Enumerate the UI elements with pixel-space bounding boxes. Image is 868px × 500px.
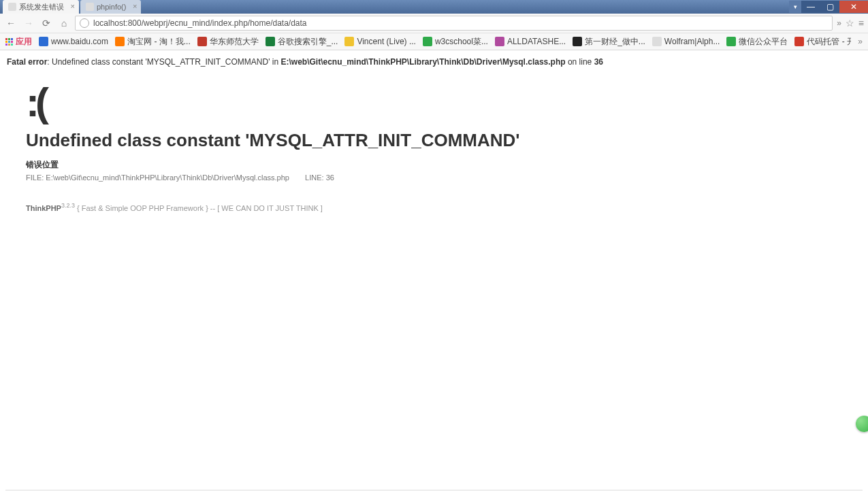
bookmark-label: 华东师范大学 (210, 36, 259, 48)
forward-button[interactable]: → (22, 16, 35, 30)
bookmark-item[interactable]: 谷歌搜索引擎_... (266, 36, 338, 48)
bookmark-star-icon[interactable]: ☆ (846, 18, 854, 29)
window-titlebar: 系统发生错误 × phpinfo() × ▾ — ▢ ✕ (0, 0, 868, 14)
bookmarks-overflow-icon[interactable]: » (858, 37, 863, 46)
error-file-path: E:\web\Git\ecnu_mind\ThinkPHP\Library\Th… (46, 173, 289, 182)
bookmark-favicon-icon (115, 37, 125, 46)
fatal-error-path: E:\web\Git\ecnu_mind\ThinkPHP\Library\Th… (281, 57, 566, 67)
tab-title: 系统发生错误 (19, 2, 64, 12)
toolbar-right: » ☆ ≡ (837, 18, 864, 29)
bookmarks-bar: 应用 www.baidu.com淘宝网 - 淘！我...华东师范大学谷歌搜索引擎… (0, 33, 868, 50)
bookmark-favicon-icon (573, 37, 582, 46)
bookmark-label: 谷歌搜索引擎_... (278, 36, 338, 48)
bookmark-favicon-icon (197, 37, 207, 46)
tab-dropdown-icon[interactable]: ▾ (789, 1, 801, 13)
close-icon[interactable]: × (71, 2, 75, 10)
error-line-number: 36 (326, 173, 334, 182)
assistant-bubble-icon[interactable] (856, 416, 868, 432)
framework-footer: ThinkPHP3.2.3 { Fast & Simple OOP PHP Fr… (26, 202, 861, 212)
bookmark-favicon-icon (794, 37, 804, 46)
overflow-icon[interactable]: » (837, 18, 841, 28)
bookmark-favicon-icon (39, 37, 48, 46)
apps-icon (5, 38, 13, 46)
bookmark-favicon-icon (495, 37, 504, 46)
fatal-error-lineno: 36 (594, 57, 603, 67)
bookmark-item[interactable]: 第一财经_做中... (573, 36, 645, 48)
bookmark-item[interactable]: 微信公众平台 (726, 36, 788, 48)
page-content: Fatal error: Undefined class constant 'M… (0, 50, 868, 212)
bookmark-label: Wolfram|Alph... (664, 37, 720, 46)
window-controls: ▾ — ▢ ✕ (789, 0, 868, 14)
bookmark-item[interactable]: ALLDATASHE... (495, 37, 566, 46)
fatal-error-label: Fatal error (7, 57, 47, 67)
bookmark-item[interactable]: w3cschool菜... (423, 36, 488, 48)
browser-tab-active[interactable]: 系统发生错误 × (3, 0, 79, 14)
address-bar[interactable]: localhost:800/webprj/ecnu_mind/index.php… (75, 16, 833, 31)
bookmark-label: 代码托管 - 开源... (807, 36, 851, 48)
page-icon (8, 3, 16, 11)
bottom-divider (5, 490, 863, 490)
bookmark-favicon-icon (726, 37, 736, 46)
bookmark-favicon-icon (266, 37, 275, 46)
address-text: localhost:800/webprj/ecnu_mind/index.php… (93, 18, 307, 28)
error-file-line: FILE: E:\web\Git\ecnu_mind\ThinkPHP\Libr… (26, 173, 861, 182)
window-minimize-button[interactable]: — (801, 1, 820, 13)
bookmark-label: 淘宝网 - 淘！我... (127, 36, 191, 48)
framework-name: ThinkPHP (26, 204, 61, 212)
home-button[interactable]: ⌂ (57, 16, 71, 30)
browser-tabs: 系统发生错误 × phpinfo() × (0, 0, 789, 14)
bookmark-favicon-icon (652, 37, 662, 46)
bookmark-favicon-icon (423, 37, 432, 46)
browser-toolbar: ← → ⟳ ⌂ localhost:800/webprj/ecnu_mind/i… (0, 14, 868, 33)
php-fatal-error-line: Fatal error: Undefined class constant 'M… (7, 57, 861, 67)
close-icon[interactable]: × (133, 2, 137, 10)
browser-tab-inactive[interactable]: phpinfo() × (80, 0, 141, 14)
back-button[interactable]: ← (4, 16, 18, 30)
window-close-button[interactable]: ✕ (839, 1, 868, 13)
bookmark-item[interactable]: 华东师范大学 (197, 36, 259, 48)
bookmark-favicon-icon (344, 37, 354, 46)
bookmark-label: ALLDATASHE... (507, 37, 566, 46)
bookmark-item[interactable]: www.baidu.com (39, 37, 108, 46)
reload-button[interactable]: ⟳ (39, 16, 53, 30)
tab-title: phpinfo() (97, 3, 126, 11)
bookmark-label: www.baidu.com (51, 37, 108, 46)
bookmark-item[interactable]: Vincent (Live) ... (344, 37, 415, 46)
framework-tagline: { Fast & Simple OOP PHP Framework } -- [… (75, 204, 323, 212)
window-maximize-button[interactable]: ▢ (820, 1, 839, 13)
page-icon (86, 3, 94, 11)
bookmark-item[interactable]: Wolfram|Alph... (652, 37, 720, 46)
bookmark-label: 微信公众平台 (739, 36, 788, 48)
error-heading: Undefined class constant 'MYSQL_ATTR_INI… (26, 130, 861, 151)
framework-version: 3.2.3 (61, 202, 75, 209)
globe-icon (80, 18, 89, 28)
bookmark-item[interactable]: 淘宝网 - 淘！我... (115, 36, 191, 48)
bookmark-label: w3cschool菜... (435, 36, 488, 48)
apps-button[interactable]: 应用 (5, 36, 32, 48)
bookmark-item[interactable]: 代码托管 - 开源... (794, 36, 851, 48)
sad-face-icon: :( (26, 79, 861, 126)
bookmark-label: Vincent (Live) ... (357, 37, 415, 46)
error-location-label: 错误位置 (26, 159, 861, 171)
apps-label: 应用 (16, 36, 32, 48)
menu-icon[interactable]: ≡ (858, 18, 864, 29)
bookmark-label: 第一财经_做中... (585, 36, 645, 48)
